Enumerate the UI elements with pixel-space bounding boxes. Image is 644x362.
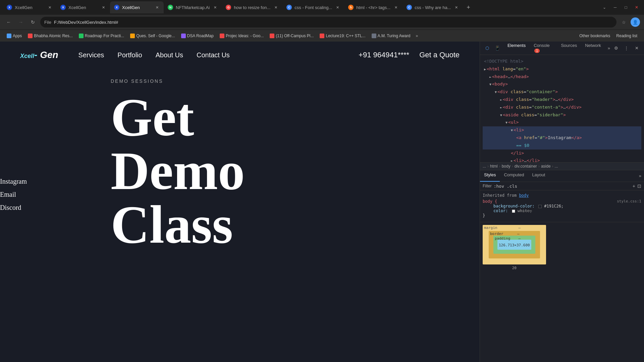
bookmark-bhabha[interactable]: Bhabha Atomic Res...: [25, 32, 75, 40]
bookmark-projec[interactable]: Projec Ideas: - Goo...: [217, 32, 266, 40]
bookmark-star-button[interactable]: ☆: [619, 17, 629, 27]
instagram-link[interactable]: Instagram: [0, 175, 27, 188]
inherited-label: Inherited from body: [483, 193, 641, 198]
bookmark-roadmap[interactable]: Roadmap For Practi...: [76, 32, 127, 40]
forward-button[interactable]: →: [16, 17, 25, 27]
tab-close-2[interactable]: ✕: [101, 5, 106, 10]
devtools-more-button[interactable]: ⋮: [622, 44, 631, 53]
devtools-tab-network[interactable]: Network: [581, 42, 605, 56]
address-path: F:/WebDev/XcellGen/index.html#: [54, 20, 118, 25]
breadcrumb-more[interactable]: ...: [555, 164, 558, 169]
social-sidebar: Instagram Email Discord: [0, 175, 27, 214]
styles-more-tabs[interactable]: »: [639, 170, 641, 182]
tab-html-hr[interactable]: h html - <hr> tags... ✕: [344, 1, 402, 13]
tab-close-6[interactable]: ✕: [335, 5, 340, 10]
css-source: style.css:1: [617, 199, 641, 203]
margin-label: margin: [484, 226, 497, 230]
tab-label-2: XcellGen: [68, 5, 98, 10]
bookmark-ques-icon: [130, 34, 135, 38]
bookmark-ques[interactable]: Ques. Self - Google...: [127, 32, 177, 40]
html-line-li-close: </li>: [483, 149, 641, 157]
minimize-button[interactable]: ─: [610, 3, 620, 12]
tab-close-5[interactable]: ✕: [273, 5, 278, 10]
tab-close-8[interactable]: ✕: [454, 5, 459, 10]
bookmark-apps[interactable]: Apps: [4, 32, 24, 40]
html-line-anchor[interactable]: <a href="#">Instagram</a>: [483, 134, 641, 142]
phone-number: +91 964941****: [359, 51, 409, 59]
cta-button[interactable]: Get a Quote: [419, 51, 460, 59]
tab-label-5: how to resize fon...: [234, 5, 270, 10]
tab-label-7: html - <hr> tags...: [356, 5, 390, 10]
styles-filter-input[interactable]: [494, 184, 631, 189]
tab-xcellgen-2[interactable]: X XcellGen ✕: [56, 1, 110, 13]
new-tab-button[interactable]: +: [463, 2, 474, 13]
tab-label-4: NFTMarketcap.Ai: [176, 5, 210, 10]
tab-xcellgen-3[interactable]: X XcellGen ✕: [110, 1, 164, 13]
discord-link[interactable]: Discord: [0, 201, 27, 214]
breadcrumb-dots[interactable]: ...: [483, 164, 486, 169]
tab-close-3[interactable]: ✕: [154, 5, 160, 10]
profile-button[interactable]: 👤: [631, 17, 640, 27]
devtools-close-button[interactable]: ✕: [632, 44, 641, 53]
devtools-settings-button[interactable]: ⚙: [611, 44, 621, 53]
tab-close-4[interactable]: ✕: [212, 5, 218, 10]
console-badge: 1: [534, 49, 540, 53]
hero-word-demo: Demo: [111, 144, 460, 198]
html-line-li-open[interactable]: ▼<li>: [483, 126, 641, 134]
site-header: Xcell- Gen Services Portfolio About Us C…: [0, 42, 480, 68]
devtools-tab-elements[interactable]: Elements: [503, 42, 530, 56]
tab-close-1[interactable]: ✕: [47, 5, 52, 10]
back-button[interactable]: ←: [4, 17, 13, 27]
styles-tab-computed[interactable]: Computed: [500, 170, 528, 182]
close-window-button[interactable]: ✕: [632, 3, 641, 12]
reload-button[interactable]: ↻: [28, 17, 38, 27]
hero-text: Get Demo Class: [111, 90, 460, 251]
breadcrumb-aside[interactable]: aside: [541, 164, 551, 169]
nav-portfolio[interactable]: Portfolio: [117, 51, 142, 59]
bookmark-projec-label: Projec Ideas: - Goo...: [226, 34, 264, 38]
bookmark-offcampus[interactable]: (11) Off-Campus Pl...: [267, 32, 316, 40]
logo-xcell: Xcell: [20, 53, 34, 59]
tab-css-why[interactable]: C css - Why are ha... ✕: [402, 1, 463, 13]
bookmark-lecture[interactable]: Lecture19: C++ STL...: [317, 32, 368, 40]
breadcrumb-container[interactable]: div.container: [515, 164, 537, 169]
css-property-bg: background-color: #191C26;: [488, 204, 641, 208]
inherited-from-text: Inherited from: [483, 193, 517, 198]
box-model: margin – border – padding – 1: [480, 222, 644, 273]
breadcrumb-html[interactable]: html: [490, 164, 498, 169]
devtools-more-tabs[interactable]: »: [608, 46, 610, 51]
bookmark-other[interactable]: Other bookmarks: [577, 32, 613, 40]
nav-contact[interactable]: Contact Us: [197, 51, 230, 59]
styles-filter-add[interactable]: +: [633, 183, 635, 189]
tab-favicon-3: X: [114, 5, 119, 10]
devtools-inspect-button[interactable]: ⬡: [483, 44, 492, 53]
nav-services[interactable]: Services: [78, 51, 104, 59]
bookmark-turing[interactable]: A.M. Turing Award: [369, 32, 413, 40]
bookmark-reading[interactable]: Reading list: [613, 32, 640, 40]
bookmark-dsa[interactable]: DSA RoadMap: [178, 32, 216, 40]
tab-close-7[interactable]: ✕: [393, 5, 398, 10]
email-link[interactable]: Email: [0, 188, 27, 201]
css-close-brace: }: [483, 213, 641, 218]
tab-xcellgen-1[interactable]: X XcellGen ✕: [3, 1, 56, 13]
body-link[interactable]: body: [519, 193, 529, 198]
breadcrumb-body[interactable]: body: [502, 164, 511, 169]
nav-about[interactable]: About Us: [156, 51, 183, 59]
bookmark-more-button[interactable]: »: [414, 32, 420, 40]
styles-tab-styles[interactable]: Styles: [480, 170, 500, 182]
tab-list-button[interactable]: ⌄: [600, 3, 609, 12]
html-line-ul: ▼<ul>: [483, 119, 641, 126]
styles-tab-layout[interactable]: Layout: [528, 170, 549, 182]
bookmark-projec-icon: [220, 34, 224, 38]
tab-css-font[interactable]: C css - Font scaling... ✕: [282, 1, 344, 13]
tab-controls: ⌄ ─ □ ✕: [600, 3, 641, 12]
devtools-tab-console[interactable]: Console 1: [530, 42, 557, 56]
tab-howto[interactable]: G how to resize fon... ✕: [222, 1, 282, 13]
devtools-device-button[interactable]: 📱: [493, 44, 502, 53]
bookmark-offcampus-icon: [270, 34, 274, 38]
address-bar[interactable]: File F:/WebDev/XcellGen/index.html#: [40, 17, 616, 27]
tab-label-8: css - Why are ha...: [415, 5, 451, 10]
tab-nft[interactable]: N NFTMarketcap.Ai ✕: [164, 1, 222, 13]
devtools-tab-sources[interactable]: Sources: [557, 42, 581, 56]
maximize-button[interactable]: □: [621, 3, 631, 12]
